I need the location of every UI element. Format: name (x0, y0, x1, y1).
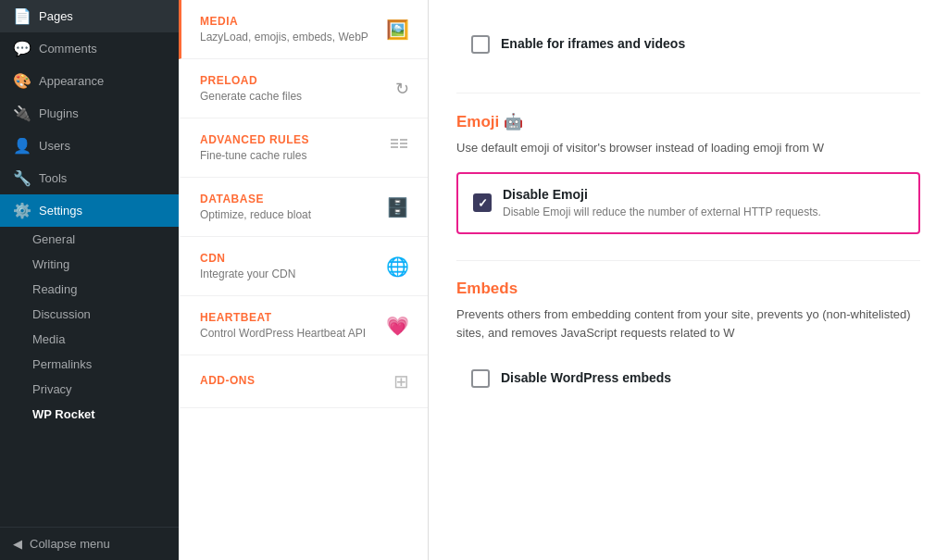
section-preload-icon: ↻ (395, 79, 409, 99)
tools-icon: 🔧 (13, 169, 31, 187)
section-add-ons-title: ADD-ONS (200, 374, 384, 387)
iframes-option-label: Enable for iframes and videos (501, 36, 905, 51)
disable-emoji-checkbox[interactable] (473, 193, 492, 212)
iframes-option-row: Enable for iframes and videos (456, 22, 920, 67)
disable-emoji-option-text: Disable Emoji Disable Emoji will reduce … (503, 187, 904, 220)
disable-emoji-desc: Disable Emoji will reduce the number of … (503, 205, 904, 220)
submenu-general-label: General (32, 232, 75, 246)
embeds-body-text: Prevents others from embedding content f… (456, 305, 920, 342)
disable-emoji-label: Disable Emoji (503, 187, 904, 202)
section-heartbeat-info: HEARTBEAT Control WordPress Heartbeat AP… (200, 311, 377, 340)
submenu-item-discussion[interactable]: Discussion (0, 302, 179, 327)
svg-rect-3 (400, 139, 407, 141)
collapse-label: Collapse menu (30, 537, 110, 551)
section-cdn-desc: Integrate your CDN (200, 268, 377, 280)
sidebar-menu: 📄 Pages 💬 Comments 🎨 Appearance 🔌 Plugin… (0, 0, 179, 527)
submenu-item-permalinks[interactable]: Permalinks (0, 352, 179, 377)
submenu-media-label: Media (32, 332, 65, 346)
submenu-item-general[interactable]: General (0, 227, 179, 252)
section-database[interactable]: DATABASE Optimize, reduce bloat 🗄️ (179, 178, 428, 237)
submenu-item-wprocket[interactable]: WP Rocket (0, 402, 179, 427)
section-add-ons-icon: ⊞ (393, 370, 409, 392)
sidebar-pages-label: Pages (39, 9, 73, 23)
disable-emoji-option-row: Disable Emoji Disable Emoji will reduce … (456, 172, 920, 235)
iframes-section: Enable for iframes and videos (456, 22, 920, 67)
section-database-title: DATABASE (200, 193, 377, 205)
section-heartbeat[interactable]: HEARTBEAT Control WordPress Heartbeat AP… (179, 296, 428, 355)
submenu-item-privacy[interactable]: Privacy (0, 377, 179, 402)
section-add-ons[interactable]: ADD-ONS ⊞ (179, 355, 428, 408)
disable-embeds-option-text: Disable WordPress embeds (501, 370, 905, 388)
svg-rect-4 (400, 143, 407, 144)
submenu-item-writing[interactable]: Writing (0, 252, 179, 277)
section-advanced-rules-info: ADVANCED RULES Fine-tune cache rules (200, 133, 380, 162)
submenu-reading-label: Reading (32, 282, 77, 296)
admin-sidebar: 📄 Pages 💬 Comments 🎨 Appearance 🔌 Plugin… (0, 0, 179, 560)
sidebar-item-comments[interactable]: 💬 Comments (0, 32, 179, 65)
section-database-icon: 🗄️ (386, 196, 409, 218)
disable-embeds-option-row: Disable WordPress embeds (456, 356, 920, 401)
emoji-section: Emoji 🤖 Use default emoji of visitor's b… (456, 112, 920, 234)
section-cdn-info: CDN Integrate your CDN (200, 252, 377, 280)
content-panel: Enable for iframes and videos Emoji 🤖 Us… (429, 0, 948, 560)
section-media-title: MEDIA (200, 15, 377, 28)
disable-embeds-checkbox[interactable] (471, 369, 490, 388)
sidebar-item-tools[interactable]: 🔧 Tools (0, 162, 179, 194)
submenu-privacy-label: Privacy (32, 382, 72, 396)
section-media-info: MEDIA LazyLoad, emojis, embeds, WebP (200, 15, 377, 44)
iframes-checkbox[interactable] (471, 35, 490, 54)
section-database-desc: Optimize, reduce bloat (200, 208, 377, 221)
submenu-item-media[interactable]: Media (0, 327, 179, 352)
submenu-writing-label: Writing (32, 257, 69, 271)
submenu-permalinks-label: Permalinks (32, 357, 92, 371)
collapse-menu-button[interactable]: ◀ Collapse menu (0, 527, 179, 560)
settings-icon: ⚙️ (13, 202, 31, 219)
sidebar-item-pages[interactable]: 📄 Pages (0, 0, 179, 32)
iframes-option-text: Enable for iframes and videos (501, 36, 905, 54)
disable-embeds-label: Disable WordPress embeds (501, 370, 905, 385)
submenu-wprocket-label: WP Rocket (32, 407, 95, 421)
svg-rect-6 (393, 139, 394, 141)
plugins-icon: 🔌 (13, 105, 31, 122)
sidebar-item-plugins[interactable]: 🔌 Plugins (0, 97, 179, 130)
sidebar-plugins-label: Plugins (39, 106, 79, 120)
comments-icon: 💬 (13, 40, 31, 57)
section-advanced-rules-icon (389, 135, 409, 160)
submenu-discussion-label: Discussion (32, 307, 91, 321)
section-database-info: DATABASE Optimize, reduce bloat (200, 193, 377, 221)
section-media-desc: LazyLoad, emojis, embeds, WebP (200, 31, 377, 44)
sections-panel: MEDIA LazyLoad, emojis, embeds, WebP 🖼️ … (179, 0, 429, 560)
section-heartbeat-title: HEARTBEAT (200, 311, 377, 324)
emoji-heading: Emoji 🤖 (456, 112, 920, 131)
section-preload-desc: Generate cache files (200, 90, 386, 103)
divider-2 (456, 260, 920, 261)
emoji-heading-text: Emoji 🤖 (456, 113, 523, 131)
section-preload[interactable]: PRELOAD Generate cache files ↻ (179, 59, 428, 118)
submenu-item-reading[interactable]: Reading (0, 277, 179, 302)
sidebar-users-label: Users (39, 139, 70, 153)
sidebar-comments-label: Comments (39, 42, 97, 56)
settings-submenu: General Writing Reading Discussion Media… (0, 227, 179, 427)
embeds-section: Embeds Prevents others from embedding co… (456, 280, 920, 401)
section-heartbeat-icon: 💗 (386, 315, 409, 337)
section-cdn[interactable]: CDN Integrate your CDN 🌐 (179, 237, 428, 296)
section-advanced-rules[interactable]: ADVANCED RULES Fine-tune cache rules (179, 118, 428, 178)
sidebar-tools-label: Tools (39, 171, 67, 185)
divider-1 (456, 93, 920, 93)
sidebar-item-settings[interactable]: ⚙️ Settings (0, 194, 179, 227)
embeds-heading: Embeds (456, 280, 920, 298)
section-media[interactable]: MEDIA LazyLoad, emojis, embeds, WebP 🖼️ (179, 0, 428, 59)
section-add-ons-info: ADD-ONS (200, 374, 384, 390)
section-preload-info: PRELOAD Generate cache files (200, 74, 386, 103)
section-cdn-icon: 🌐 (386, 255, 409, 278)
appearance-icon: 🎨 (13, 72, 31, 90)
users-icon: 👤 (13, 137, 31, 155)
section-preload-title: PRELOAD (200, 74, 386, 87)
pages-icon: 📄 (13, 7, 31, 25)
section-cdn-title: CDN (200, 252, 377, 265)
sidebar-appearance-label: Appearance (39, 74, 104, 88)
sidebar-item-users[interactable]: 👤 Users (0, 130, 179, 162)
sidebar-settings-label: Settings (39, 204, 82, 218)
section-advanced-rules-desc: Fine-tune cache rules (200, 149, 380, 162)
sidebar-item-appearance[interactable]: 🎨 Appearance (0, 65, 179, 97)
